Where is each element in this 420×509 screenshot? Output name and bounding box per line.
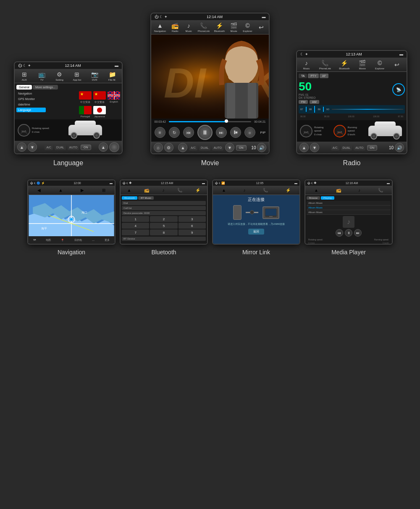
media-list-1[interactable]: Album Music bbox=[307, 201, 391, 206]
dial-7[interactable]: 7 bbox=[122, 229, 149, 235]
ctrl-down-center[interactable]: ▼ bbox=[225, 143, 234, 152]
bt-nav-icon-5[interactable]: ⚡ bbox=[195, 188, 200, 193]
progress-track[interactable] bbox=[169, 121, 252, 122]
control-bar-center[interactable]: ⌂ ⚙ ▲ A/C DUAL AUTO ▼ ON 10 🔊 bbox=[151, 142, 269, 153]
dial-6[interactable]: 6 bbox=[178, 223, 206, 229]
nav-bar-left[interactable]: ⊞ AUX 📺 TV ⚙ Setting ⊞ App list 📷 DV bbox=[15, 69, 122, 83]
nav-thumb-navbar[interactable]: ◀ ▲ ▶ ⊞ bbox=[28, 186, 115, 195]
nav-thumb-icon-2[interactable]: ▲ bbox=[59, 188, 63, 193]
bt-nav-icon-1[interactable]: ▲ bbox=[127, 188, 131, 193]
ctrl-vol-btn-center[interactable]: 🔊 bbox=[257, 143, 266, 152]
mirror-nav-icon-3[interactable]: 📞 bbox=[263, 188, 268, 193]
dial-2[interactable]: 2 bbox=[150, 216, 177, 222]
media-list-2[interactable]: Album Music bbox=[307, 206, 391, 210]
tab-pty[interactable]: PTY bbox=[308, 74, 319, 78]
nav-thumb-icon-4[interactable]: ⊞ bbox=[102, 188, 105, 193]
bt-nav-icon-4[interactable]: 📞 bbox=[177, 188, 182, 193]
menu-datetime[interactable]: date/time bbox=[16, 102, 46, 107]
nav-tv[interactable]: 📺 TV bbox=[37, 71, 47, 81]
nav-radio-center[interactable]: 📻 Radio bbox=[171, 22, 180, 32]
media-play-btn[interactable]: ⏸ bbox=[345, 229, 352, 237]
repeat-btn[interactable]: ↻ bbox=[169, 127, 180, 138]
mirror-nav-icon-1[interactable]: ▲ bbox=[222, 188, 226, 193]
tab-af[interactable]: AF bbox=[320, 74, 328, 78]
bt-thumb-navbar[interactable]: ▲ 📻 ♪ 📞 ⚡ bbox=[121, 186, 207, 195]
nav-movie-right[interactable]: 🎬 Movie bbox=[358, 59, 367, 70]
nav-aux[interactable]: ⊞ AUX bbox=[20, 71, 29, 81]
media-nav-icon-3[interactable]: ♪ bbox=[358, 188, 360, 193]
nav-bottom-label-1[interactable]: 地图 bbox=[46, 238, 51, 242]
pip-label[interactable]: PIP bbox=[260, 131, 266, 135]
nav-movie-center[interactable]: 🎬 Movie bbox=[229, 22, 239, 32]
vol-knob-left[interactable] bbox=[109, 142, 119, 152]
playlist-btn[interactable]: ≡ bbox=[155, 127, 165, 138]
nav-file[interactable]: 📁 File M. bbox=[108, 71, 117, 81]
dial-4[interactable]: 4 bbox=[122, 223, 149, 229]
nav-bluetooth-right[interactable]: ⚡ Bluetooth bbox=[339, 59, 349, 70]
ctrl-home-center[interactable]: ⌂ bbox=[154, 143, 163, 152]
media-nav-icon-1[interactable]: ▲ bbox=[314, 188, 318, 193]
ctrl-vol-up-left[interactable]: ▲ bbox=[99, 142, 108, 152]
nav-bar-center[interactable]: ▲ Navigation 📻 Radio ♪ Music 📞 PhoneLink… bbox=[151, 20, 269, 34]
tab-playing[interactable]: Playing bbox=[321, 196, 334, 200]
bt-nav-icon-3[interactable]: ♪ bbox=[162, 188, 164, 193]
nav-thumb-icon-3[interactable]: ▶ bbox=[81, 188, 84, 193]
ctrl-down-right[interactable]: ▼ bbox=[310, 143, 319, 152]
ctrl-settings-center[interactable]: ⚙ bbox=[164, 143, 173, 152]
ctrl-up-left[interactable]: ▲ bbox=[17, 142, 26, 152]
nav-dvr[interactable]: 📷 DVR bbox=[90, 71, 99, 81]
tab-bt-music[interactable]: BT Music bbox=[138, 196, 154, 200]
nav-bluetooth-center[interactable]: ⚡ Bluetooth bbox=[214, 22, 225, 32]
nav-bottom-bar[interactable]: 🗺 地图 📍 目的地 ⋯ 更多 bbox=[28, 236, 115, 244]
control-bar-right[interactable]: ▲ ▼ A/C DUAL AUTO ON 10 🔊 bbox=[297, 142, 407, 153]
nav-music-center[interactable]: ♪ Music bbox=[184, 22, 193, 32]
mirror-back-btn[interactable]: 返回 bbox=[248, 229, 264, 235]
dial-9[interactable]: 9 bbox=[178, 229, 206, 235]
tab-bluetooth-bt[interactable]: Bluetooth bbox=[122, 196, 137, 200]
bt-nav-icon-2[interactable]: 📻 bbox=[144, 188, 149, 193]
nav-phonelink-right[interactable]: 📞 PhoneLink bbox=[319, 59, 331, 70]
flag-english[interactable]: English bbox=[108, 91, 120, 104]
ctrl-up-center[interactable]: ▲ bbox=[178, 143, 187, 152]
nav-explorer-right[interactable]: © Explorer bbox=[375, 59, 384, 70]
dial-1[interactable]: 1 bbox=[122, 216, 149, 222]
quality-btn[interactable]: ◎ bbox=[244, 127, 255, 138]
next-btn[interactable]: ⏭ bbox=[216, 127, 227, 138]
prev-btn[interactable]: ⏮ bbox=[183, 127, 194, 138]
nav-thumb-icon-1[interactable]: ◀ bbox=[37, 188, 41, 193]
dial-5[interactable]: 5 bbox=[150, 223, 177, 229]
dial-8[interactable]: 8 bbox=[150, 229, 177, 235]
tab-general[interactable]: General bbox=[16, 85, 32, 90]
media-thumb-navbar[interactable]: ▲ 📻 ♪ 📞 bbox=[305, 186, 392, 195]
nav-navigation-center[interactable]: ▲ Navigation bbox=[154, 22, 166, 32]
audio-btn[interactable]: ▐◼ bbox=[230, 127, 241, 138]
menu-navigation[interactable]: Navigation bbox=[16, 91, 46, 96]
ctrl-down-left[interactable]: ▼ bbox=[28, 142, 37, 152]
nav-back-right[interactable]: ↩ bbox=[392, 61, 402, 69]
nav-phonelink-center[interactable]: 📞 PhoneLink bbox=[198, 22, 210, 32]
flag-portugal[interactable]: Portugal bbox=[79, 106, 92, 118]
ctrl-up-right[interactable]: ▲ bbox=[299, 143, 309, 152]
nav-bottom-label-3[interactable]: 更多 bbox=[105, 238, 110, 242]
nav-back-center[interactable]: ↩ bbox=[257, 24, 266, 31]
tab-browse[interactable]: Browse bbox=[307, 196, 320, 200]
ctrl-on-left[interactable]: ON bbox=[81, 145, 91, 150]
mirror-nav-icon-4[interactable]: ⚡ bbox=[286, 188, 291, 193]
flag-chinese-trad[interactable]: 中文繁体 bbox=[93, 91, 106, 104]
nav-music-right[interactable]: ♪ Music bbox=[302, 59, 311, 70]
menu-gps-monitor[interactable]: GPS Monitor bbox=[16, 97, 46, 101]
flag-chinese-simple[interactable]: 中文简体 bbox=[79, 91, 92, 104]
control-bar-left[interactable]: ▲ ▼ A/C DUAL AUTO ON ▲ bbox=[15, 141, 122, 153]
dial-3[interactable]: 3 bbox=[178, 216, 206, 222]
play-pause-btn[interactable]: ⏸ bbox=[197, 125, 213, 140]
mirror-nav-icon-2[interactable]: ♪ bbox=[244, 188, 246, 193]
media-nav-icon-2[interactable]: 📻 bbox=[336, 188, 341, 193]
am-button[interactable]: AM bbox=[310, 100, 319, 104]
nav-explorer-center[interactable]: © Explorer bbox=[243, 22, 252, 32]
ctrl-on-center[interactable]: ON bbox=[236, 145, 247, 150]
nav-applist[interactable]: ⊞ App list bbox=[72, 71, 81, 81]
nav-setting[interactable]: ⚙ Setting bbox=[55, 71, 64, 81]
nav-bar-right[interactable]: ♪ Music 📞 PhoneLink ⚡ Bluetooth 🎬 Movie … bbox=[297, 58, 407, 72]
nav-bottom-label-2[interactable]: 目的地 bbox=[74, 238, 82, 242]
media-nav-icon-4[interactable]: 📞 bbox=[378, 188, 383, 193]
